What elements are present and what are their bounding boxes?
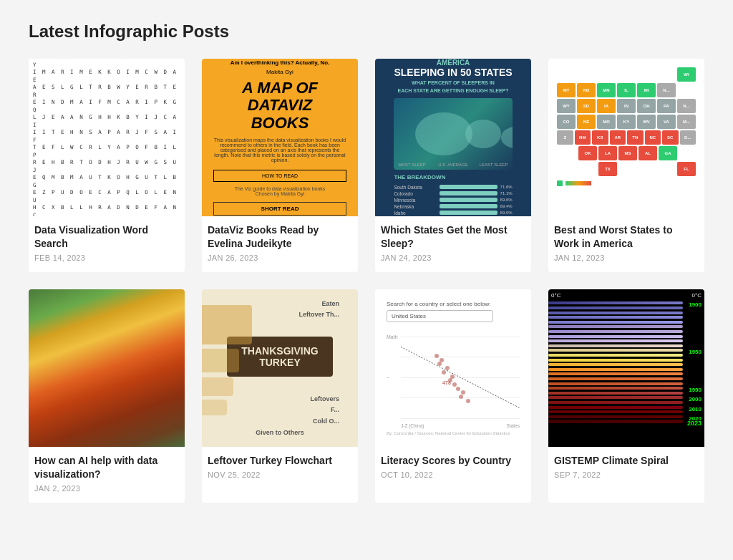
ws-grid: B S C A T T E R P L O T K C P H G H I S … xyxy=(33,59,180,216)
state-nm: NM xyxy=(575,130,591,145)
thumb-literacy: Search for a country or select one below… xyxy=(375,289,531,447)
climate-label-top-right: 0°C xyxy=(692,292,702,299)
card-body-literacy: Literacy Scores by Country OCT 10, 2022 xyxy=(375,447,531,489)
literacy-source: By: Concordia / Sources: National Center… xyxy=(387,431,520,435)
bar-row-4: Nebraska 69.4% xyxy=(394,204,512,209)
map-legend-most: MOST SLEEP xyxy=(398,163,425,167)
climate-line-1965 xyxy=(548,363,683,366)
state-ok: OK xyxy=(578,146,597,160)
thumb-ai xyxy=(29,289,185,447)
bar-fill-4 xyxy=(440,204,497,208)
state-al: AL xyxy=(639,146,657,160)
card-date-ai: JAN 2, 2023 xyxy=(34,484,179,493)
legend-best xyxy=(557,180,563,186)
states-row-4: CO NE MO KY WV VA M... xyxy=(557,115,696,129)
climate-line-2000 xyxy=(548,396,683,399)
climate-year-2000: 2000 xyxy=(689,396,702,402)
climate-line-1905 xyxy=(548,306,683,309)
turkey-sankey xyxy=(202,289,264,447)
states-row-5: Z NM KS AR TN NC SC D... xyxy=(557,130,696,145)
card-sleep[interactable]: AMERICASLEEPING IN 50 STATESWHAT PERCENT… xyxy=(375,59,531,272)
climate-line-1920 xyxy=(548,321,683,324)
card-climate[interactable]: 0°C 0°C xyxy=(548,289,704,503)
spacer-3 xyxy=(618,162,676,176)
card-title-dataviz-books: DataViz Books Read by Evelina Judeikyte xyxy=(208,223,352,251)
lit-ylabel-2: ~ xyxy=(387,375,389,380)
climate-line-1910 xyxy=(548,312,683,314)
bar-pct-5: 69.0% xyxy=(500,211,513,215)
card-literacy[interactable]: Search for a country or select one below… xyxy=(375,289,531,503)
legend-gradient xyxy=(565,181,591,185)
literacy-search-display: United States xyxy=(387,310,493,322)
state-sd: SD xyxy=(577,99,596,113)
thumb-word-search: DATA VISUALIZATION TYPES Find all of the… xyxy=(29,59,185,216)
state-ky: KY xyxy=(617,115,636,129)
card-word-search[interactable]: DATA VISUALIZATION TYPES Find all of the… xyxy=(29,59,185,272)
sleep-bars: South Dakota 71.6% Colorado 71.1% Minnes… xyxy=(394,185,512,216)
states-row-6: OK LA MS AL GA xyxy=(557,146,696,160)
climate-line-1980 xyxy=(548,377,683,380)
state-ga: GA xyxy=(659,146,677,160)
climate-line-2020 xyxy=(548,415,683,418)
state-oh: OH xyxy=(637,99,656,113)
bar-label-3: Minnesota xyxy=(394,198,437,203)
state-pa: PA xyxy=(657,99,676,113)
climate-content: 0°C 0°C xyxy=(548,289,704,447)
states-row-2: MT ND MN IL MI N... xyxy=(557,83,696,97)
state-nc: NC xyxy=(645,130,661,145)
card-dataviz-books[interactable]: Am I overthinking this? Actually, No. Ma… xyxy=(202,59,358,272)
states-row-1: WI xyxy=(557,67,696,82)
turkey-bar-4 xyxy=(202,400,227,415)
map-legend-avg: U.S. AVERAGE xyxy=(438,163,468,167)
climate-line-1930 xyxy=(548,330,683,333)
card-date-literacy: OCT 10, 2022 xyxy=(381,470,525,479)
climate-label-top-left: 0°C xyxy=(551,292,560,299)
books-main-title: A MAP ofDATAVIZBOOKS xyxy=(213,79,346,132)
climate-line-1935 xyxy=(548,335,683,338)
turkey-label-leftover-th: Leftover Th... xyxy=(298,311,339,318)
breakdown-title: THE BREAKDOWN xyxy=(394,174,512,180)
literacy-content: Search for a country or select one below… xyxy=(381,295,525,441)
card-date-sleep: JAN 24, 2023 xyxy=(381,254,525,262)
bar-pct-4: 69.4% xyxy=(500,204,513,208)
lit-value-478: 478 xyxy=(442,380,451,385)
card-title-word-search: Data Visualization Word Search xyxy=(34,223,179,251)
page-title: Latest Infographic Posts xyxy=(29,21,704,42)
climate-line-1945 xyxy=(548,344,683,347)
climate-line-2005 xyxy=(548,401,683,404)
state-ny: N... xyxy=(657,83,676,97)
state-in: IN xyxy=(617,99,636,113)
card-turkey[interactable]: Eaten Leftover Th... THANKSGIVINGTURKEY … xyxy=(202,289,358,503)
card-date-dataviz-books: JAN 26, 2023 xyxy=(208,254,352,262)
turkey-label-leftovers: Leftovers xyxy=(310,395,339,402)
card-best-worst-states[interactable]: WI MT ND MN IL MI N... WY SD xyxy=(548,59,704,272)
climate-year-1950: 1950 xyxy=(689,349,702,355)
bar-label-2: Colorado xyxy=(394,191,437,196)
map-legend-least: LEAST SLEEP xyxy=(480,163,508,167)
bar-label-4: Nebraska xyxy=(394,204,437,209)
card-ai-visualization[interactable]: How can AI help with data visualization?… xyxy=(29,289,185,503)
lit-trend-svg xyxy=(401,327,520,428)
card-body-ai: How can AI help with data visualization?… xyxy=(29,447,185,503)
card-title-best-worst: Best and Worst States to Work in America xyxy=(554,223,699,251)
climate-line-2010 xyxy=(548,406,683,409)
climate-line-2023 xyxy=(548,420,683,423)
sleep-map: MOST SLEEP U.S. AVERAGE LEAST SLEEP xyxy=(394,98,512,170)
thumb-climate: 0°C 0°C xyxy=(548,289,704,447)
sleep-main-title: AMERICASLEEPING IN 50 STATESWHAT PERCENT… xyxy=(394,59,512,94)
books-subtitle-top: Makita Gyi xyxy=(213,69,346,75)
state-z: Z xyxy=(557,130,573,145)
bar-pct-1: 71.6% xyxy=(500,185,513,189)
spacer-1 xyxy=(557,146,577,160)
climate-line-1985 xyxy=(548,382,683,385)
climate-line-1990 xyxy=(548,387,683,390)
state-ar: AR xyxy=(610,130,626,145)
card-title-literacy: Literacy Scores by Country xyxy=(381,454,525,468)
literacy-prompt: Search for a country or select one below… xyxy=(387,301,520,307)
books-how-to: HOW TO READ xyxy=(213,170,346,182)
states-legend xyxy=(557,180,696,186)
state-il: IL xyxy=(617,83,636,97)
bar-row-5: Idaho 69.0% xyxy=(394,211,512,216)
card-body-climate: GISTEMP Climate Spiral SEP 7, 2022 xyxy=(548,447,704,489)
cards-grid: DATA VISUALIZATION TYPES Find all of the… xyxy=(29,59,704,503)
